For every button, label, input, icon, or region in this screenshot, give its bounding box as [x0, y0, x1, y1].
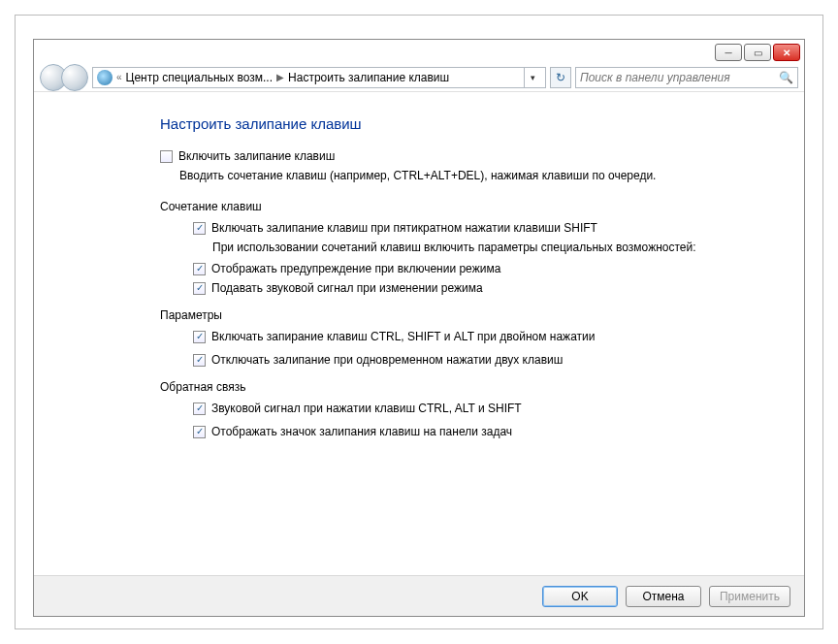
checkbox-label: Отображать значок залипания клавиш на па…	[211, 425, 512, 438]
maximize-button[interactable]: ▭	[744, 44, 771, 61]
control-panel-icon	[97, 70, 113, 85]
page-title: Настроить залипание клавиш	[160, 115, 717, 132]
main-description: Вводить сочетание клавиш (например, CTRL…	[179, 169, 717, 182]
section-keyboard-shortcut: Сочетание клавиш Включать залипание клав…	[160, 200, 717, 295]
section-title: Сочетание клавиш	[160, 200, 717, 213]
close-button[interactable]: ✕	[773, 44, 800, 61]
address-bar: « Центр специальных возм... ▶ Настроить …	[34, 63, 804, 92]
minimize-button[interactable]: ─	[715, 44, 742, 61]
checkbox-label: Подавать звуковой сигнал при изменении р…	[211, 281, 483, 295]
enable-sticky-keys-checkbox[interactable]	[160, 150, 173, 163]
checkbox-label: Отображать предупреждение при включении …	[211, 262, 500, 275]
search-box[interactable]: 🔍	[575, 67, 798, 88]
ok-button[interactable]: OK	[542, 586, 618, 607]
breadcrumb-segment[interactable]: Настроить залипание клавиш	[288, 71, 449, 84]
window: ─ ▭ ✕ « Центр специальных возм... ▶ Наст…	[33, 39, 805, 617]
footer: OK Отмена Применить	[34, 575, 804, 616]
chevron-right-icon: ▶	[274, 72, 286, 82]
section-feedback: Обратная связь Звуковой сигнал при нажат…	[160, 380, 717, 438]
show-taskbar-icon-checkbox[interactable]	[193, 426, 206, 438]
search-input[interactable]	[580, 71, 779, 84]
show-warning-checkbox[interactable]	[193, 263, 206, 275]
enable-sticky-keys-label: Включить залипание клавиш	[178, 149, 335, 163]
lock-modifier-checkbox[interactable]	[193, 331, 206, 343]
breadcrumb-segment[interactable]: Центр специальных возм...	[126, 71, 273, 84]
checkbox-label: Звуковой сигнал при нажатии клавиш CTRL,…	[211, 402, 522, 415]
shift-five-times-checkbox[interactable]	[193, 222, 206, 235]
breadcrumb[interactable]: « Центр специальных возм... ▶ Настроить …	[92, 67, 546, 88]
play-sound-checkbox[interactable]	[193, 282, 206, 295]
section-subtext: При использовании сочетаний клавиш включ…	[212, 241, 717, 254]
section-options: Параметры Включать запирание клавиш CTRL…	[160, 308, 717, 367]
breadcrumb-dropdown[interactable]: ▾	[524, 68, 541, 87]
outer-frame: ─ ▭ ✕ « Центр специальных возм... ▶ Наст…	[15, 15, 823, 629]
cancel-button[interactable]: Отмена	[626, 586, 701, 607]
turn-off-two-keys-checkbox[interactable]	[193, 354, 206, 367]
section-title: Обратная связь	[160, 380, 717, 394]
checkbox-label: Включать запирание клавиш CTRL, SHIFT и …	[211, 330, 595, 343]
refresh-button[interactable]: ↻	[550, 67, 571, 88]
chevron-left-icon: «	[114, 72, 124, 82]
titlebar: ─ ▭ ✕	[34, 40, 804, 63]
forward-button[interactable]	[61, 64, 88, 91]
content-area: Настроить залипание клавиш Включить зали…	[34, 92, 804, 575]
apply-button[interactable]: Применить	[709, 586, 790, 607]
nav-buttons	[40, 64, 88, 91]
checkbox-label: Включать залипание клавиш при пятикратно…	[211, 221, 597, 235]
checkbox-label: Отключать залипание при одновременном на…	[211, 353, 563, 367]
sound-on-press-checkbox[interactable]	[193, 402, 206, 415]
section-title: Параметры	[160, 308, 717, 322]
search-icon[interactable]: 🔍	[779, 71, 793, 84]
